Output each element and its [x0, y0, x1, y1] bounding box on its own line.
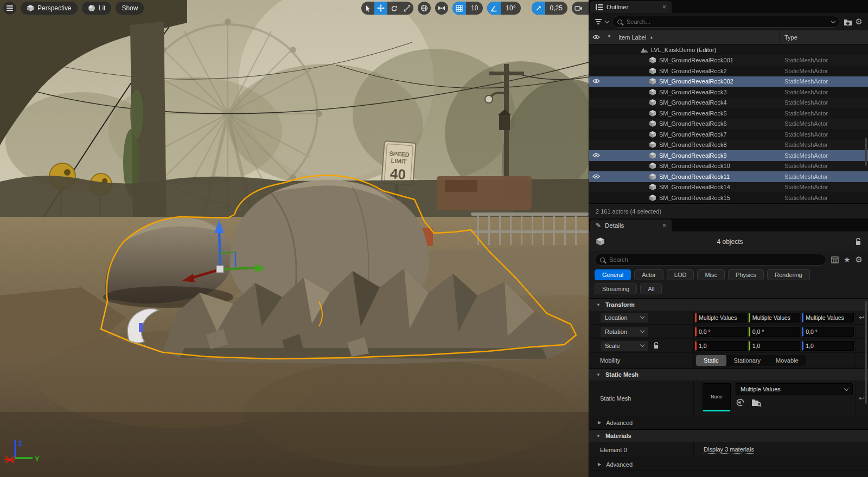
- rotation-dropdown[interactable]: Rotation: [600, 326, 649, 337]
- outliner-settings-gear-icon[interactable]: ⚙: [856, 18, 863, 25]
- outliner-actor-row[interactable]: SM_GroundRevealRock2 StaticMeshActor: [589, 66, 868, 76]
- static-mesh-thumbnail[interactable]: None: [703, 383, 731, 411]
- filter-chips-row2: StreamingAll: [589, 282, 868, 298]
- location-x-field[interactable]: Multiple Values: [695, 313, 747, 323]
- display-options-icon[interactable]: [831, 256, 839, 263]
- details-settings-gear-icon[interactable]: ⚙: [856, 255, 863, 265]
- filter-chip[interactable]: Misc: [697, 269, 725, 280]
- static-mesh-advanced-row[interactable]: ▶ Advanced: [589, 416, 868, 429]
- outliner-actor-row[interactable]: SM_GroundRevealRock15 StaticMeshActor: [589, 192, 868, 203]
- scale-snap-value[interactable]: 0,25: [545, 2, 567, 15]
- filter-chip[interactable]: All: [640, 283, 662, 294]
- camera-speed-control[interactable]: 1: [572, 2, 589, 15]
- scale-snap-toggle[interactable]: [532, 2, 545, 15]
- outliner-actor-row[interactable]: SM_GroundRevealRock11 StaticMeshActor: [589, 171, 868, 182]
- filter-chip[interactable]: General: [595, 269, 631, 280]
- actor-type: StaticMeshActor: [780, 78, 868, 85]
- scale-unlock-icon[interactable]: [653, 342, 659, 349]
- mobility-stationary-option[interactable]: Stationary: [726, 355, 769, 366]
- select-tool-button[interactable]: [361, 2, 374, 15]
- filter-chip[interactable]: LOD: [667, 269, 694, 280]
- filter-chip[interactable]: Physics: [728, 269, 764, 280]
- actor-type: StaticMeshActor: [780, 68, 868, 74]
- outliner-actor-row[interactable]: SM_GroundRevealRock4 StaticMeshActor: [589, 98, 868, 108]
- location-dropdown[interactable]: Location: [600, 312, 649, 323]
- rotation-z-field[interactable]: 0,0 °: [802, 327, 854, 337]
- location-z-field[interactable]: Multiple Values: [802, 313, 854, 323]
- add-folder-icon[interactable]: [844, 18, 852, 26]
- browse-to-asset-icon[interactable]: [751, 398, 762, 407]
- scale-z-field[interactable]: 1,0: [802, 341, 854, 351]
- filter-icon[interactable]: [595, 19, 602, 24]
- materials-advanced-row[interactable]: ▶ Advanced: [589, 458, 868, 471]
- use-selected-asset-icon[interactable]: [736, 398, 745, 407]
- scale-x-field[interactable]: 1,0: [695, 341, 747, 351]
- outliner-actor-row[interactable]: SM_GroundRevealRock3 StaticMeshActor: [589, 87, 868, 98]
- rotation-snap-toggle[interactable]: [487, 2, 501, 15]
- rotation-y-field[interactable]: 0,0 °: [749, 327, 801, 337]
- details-close-icon[interactable]: ×: [662, 222, 666, 229]
- details-scrollbar[interactable]: [865, 301, 867, 404]
- details-search-input[interactable]: [608, 256, 821, 263]
- grid-snap-toggle[interactable]: [452, 2, 466, 15]
- outliner-level-row[interactable]: LVL_KioskDemo (Editor): [589, 44, 868, 55]
- outliner-actor-row[interactable]: SM_GroundRevealRock10 StaticMeshActor: [589, 161, 868, 172]
- scale-y-field[interactable]: 1,0: [749, 341, 801, 351]
- favorites-star-icon[interactable]: ★: [844, 255, 851, 264]
- outliner-actor-row[interactable]: SM_GroundRevealRock9 StaticMeshActor: [589, 150, 868, 161]
- outliner-actor-row[interactable]: SM_GroundRevealRock002 StaticMeshActor: [589, 76, 868, 87]
- type-column-header[interactable]: Type: [780, 34, 868, 41]
- mobility-movable-option[interactable]: Movable: [768, 355, 806, 366]
- chevron-down-icon: [640, 343, 644, 347]
- viewport[interactable]: SPEED LIMIT 40: [0, 0, 589, 477]
- rotation-x-field[interactable]: 0,0 °: [695, 327, 747, 337]
- eye-icon[interactable]: [592, 152, 600, 159]
- outliner-scrollbar[interactable]: [865, 138, 867, 166]
- grid-snap-value[interactable]: 10: [466, 2, 483, 15]
- filter-chevron-icon[interactable]: [605, 18, 609, 23]
- lit-button[interactable]: Lit: [82, 2, 112, 15]
- details-tab[interactable]: ✎ Details ×: [590, 220, 672, 231]
- search-options-chevron-icon[interactable]: [831, 18, 835, 23]
- move-tool-button[interactable]: [374, 2, 387, 15]
- outliner-actor-row[interactable]: SM_GroundRevealRock14 StaticMeshActor: [589, 182, 868, 193]
- transform-section-header[interactable]: ▼ Transform: [589, 298, 868, 311]
- show-button[interactable]: Show: [116, 2, 144, 15]
- mobility-static-option[interactable]: Static: [696, 355, 726, 366]
- outliner-actor-row[interactable]: SM_GroundRevealRock6 StaticMeshActor: [589, 119, 868, 130]
- details-search[interactable]: [595, 254, 826, 266]
- scale-dropdown[interactable]: Scale: [600, 340, 649, 351]
- outliner-close-icon[interactable]: ×: [662, 3, 666, 11]
- filter-chip[interactable]: Rendering: [767, 269, 810, 280]
- outliner-actor-row[interactable]: SM_GroundRevealRock8 StaticMeshActor: [589, 140, 868, 151]
- static-mesh-asset-dropdown[interactable]: Multiple Values: [736, 383, 853, 395]
- surface-snapping-button[interactable]: [435, 2, 448, 15]
- viewport-menu-button[interactable]: [3, 2, 16, 15]
- static-mesh-section-header[interactable]: ▼ Static Mesh: [589, 368, 868, 381]
- world-space-button[interactable]: [418, 2, 431, 15]
- visibility-column-header[interactable]: [589, 35, 603, 40]
- eye-icon[interactable]: [592, 173, 600, 180]
- outliner-column-header: * Item Label ▲ Type: [589, 30, 868, 44]
- pin-column-header[interactable]: *: [603, 33, 615, 41]
- outliner-actor-row[interactable]: SM_GroundRevealRock5 StaticMeshActor: [589, 108, 868, 119]
- filter-chip[interactable]: Actor: [634, 269, 663, 280]
- static-mesh-row: Static Mesh None Multiple Values: [589, 381, 868, 416]
- eye-icon[interactable]: [592, 78, 600, 85]
- outliner-search-input[interactable]: [626, 18, 828, 25]
- outliner-actor-row[interactable]: SM_GroundRevealRock001 StaticMeshActor: [589, 55, 868, 66]
- filter-chip[interactable]: Streaming: [595, 283, 637, 294]
- perspective-button[interactable]: Perspective: [21, 2, 78, 15]
- outliner-actor-row[interactable]: SM_GroundRevealRock7 StaticMeshActor: [589, 129, 868, 140]
- item-label-column-header[interactable]: Item Label ▲: [615, 30, 780, 44]
- outliner-tab[interactable]: Outliner ×: [590, 1, 672, 13]
- outliner-search[interactable]: [612, 16, 840, 28]
- rotation-snap-value[interactable]: 10°: [501, 2, 520, 15]
- unlock-icon[interactable]: [855, 238, 861, 246]
- rotate-tool-button[interactable]: [387, 2, 400, 15]
- location-y-field[interactable]: Multiple Values: [749, 313, 801, 323]
- scale-tool-button[interactable]: [400, 2, 413, 15]
- materials-section-header[interactable]: ▼ Materials: [589, 429, 868, 442]
- display-materials-link[interactable]: Display 3 materials: [704, 446, 754, 454]
- eye-icon: [592, 35, 600, 40]
